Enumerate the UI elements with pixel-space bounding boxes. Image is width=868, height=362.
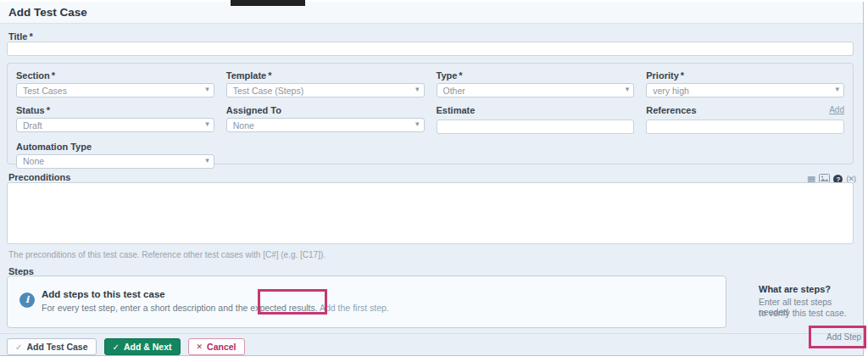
cancel-button[interactable]: ✕ Cancel bbox=[188, 338, 245, 355]
assigned-to-label: Assigned To bbox=[226, 105, 425, 116]
cancel-button-label: Cancel bbox=[207, 342, 236, 352]
check-icon: ✓ bbox=[15, 343, 22, 352]
add-test-case-button[interactable]: ✓ Add Test Case bbox=[7, 338, 97, 355]
chevron-down-icon: ▾ bbox=[415, 120, 420, 128]
template-value: Test Case (Steps) bbox=[233, 86, 303, 96]
priority-label: Priority* bbox=[646, 70, 844, 81]
priority-select[interactable]: very high ▾ bbox=[646, 83, 844, 97]
automation-type-label: Automation Type bbox=[16, 142, 214, 153]
required-marker: * bbox=[29, 31, 32, 42]
field-type: Type* Other ▾ bbox=[437, 70, 635, 97]
preconditions-textarea[interactable] bbox=[7, 182, 854, 244]
field-automation-type: Automation Type None ▾ bbox=[16, 142, 214, 169]
automation-type-select[interactable]: None ▾ bbox=[16, 154, 214, 169]
screenshot-canvas: Add Test Case Title* Section* Test Cases… bbox=[0, 0, 868, 362]
field-estimate: Estimate bbox=[437, 105, 635, 134]
status-select[interactable]: Draft ▾ bbox=[16, 118, 214, 132]
title-label-text: Title bbox=[8, 31, 27, 42]
page-title: Add Test Case bbox=[0, 2, 863, 24]
steps-info-sentence: For every test step, enter a short descr… bbox=[42, 303, 318, 313]
references-label-row: References Add bbox=[646, 105, 844, 116]
what-are-steps-text: to verify this test case. bbox=[759, 308, 847, 318]
priority-value: very high bbox=[653, 86, 689, 96]
status-value: Draft bbox=[23, 120, 42, 131]
assigned-to-select[interactable]: None ▾ bbox=[226, 118, 425, 132]
redaction-bar bbox=[231, 0, 305, 6]
required-marker: * bbox=[681, 70, 684, 81]
check-icon: ✓ bbox=[113, 343, 120, 352]
references-label: References bbox=[646, 105, 696, 115]
automation-type-value: None bbox=[23, 156, 44, 166]
add-first-step-link[interactable]: Add the first step. bbox=[320, 303, 389, 313]
add-step-link[interactable]: Add Step bbox=[826, 332, 861, 342]
what-are-steps-title: What are steps? bbox=[759, 284, 831, 294]
preconditions-help-text: The preconditions of this test case. Ref… bbox=[8, 250, 326, 259]
estimate-input[interactable] bbox=[437, 120, 635, 134]
references-add-link[interactable]: Add bbox=[829, 105, 844, 114]
type-label: Type* bbox=[437, 70, 635, 81]
section-select[interactable]: Test Cases ▾ bbox=[16, 83, 214, 97]
status-label: Status* bbox=[16, 105, 214, 116]
title-input[interactable] bbox=[7, 42, 854, 56]
chevron-down-icon: ▾ bbox=[205, 85, 209, 93]
required-marker: * bbox=[47, 105, 50, 115]
steps-empty-state-box: i Add steps to this test case For every … bbox=[7, 276, 726, 328]
section-value: Test Cases bbox=[23, 86, 67, 96]
field-template: Template* Test Case (Steps) ▾ bbox=[226, 70, 425, 97]
footer-divider bbox=[0, 333, 863, 334]
required-marker: * bbox=[459, 70, 462, 81]
add-test-case-button-label: Add Test Case bbox=[26, 342, 87, 352]
add-and-next-button[interactable]: ✓ Add & Next bbox=[104, 338, 181, 355]
preconditions-label: Preconditions bbox=[8, 172, 70, 182]
field-status: Status* Draft ▾ bbox=[16, 105, 214, 134]
references-input[interactable] bbox=[646, 120, 844, 134]
section-label: Section* bbox=[16, 70, 214, 81]
template-select[interactable]: Test Case (Steps) ▾ bbox=[226, 83, 425, 97]
case-details-fieldset: Section* Test Cases ▾ Template* Test Cas… bbox=[7, 63, 854, 164]
chevron-down-icon: ▾ bbox=[626, 85, 630, 93]
info-icon: i bbox=[19, 292, 35, 308]
required-marker: * bbox=[268, 70, 271, 81]
add-test-case-page: Add Test Case Title* Section* Test Cases… bbox=[0, 2, 864, 356]
field-assigned-to: Assigned To None ▾ bbox=[226, 105, 425, 134]
steps-info-text: For every test step, enter a short descr… bbox=[42, 303, 389, 313]
template-label: Template* bbox=[226, 70, 425, 81]
field-priority: Priority* very high ▾ bbox=[646, 70, 844, 97]
assigned-to-value: None bbox=[233, 120, 254, 131]
estimate-label: Estimate bbox=[437, 105, 635, 116]
footer-buttons: ✓ Add Test Case ✓ Add & Next ✕ Cancel bbox=[7, 338, 245, 355]
chevron-down-icon: ▾ bbox=[835, 85, 839, 93]
field-references: References Add bbox=[646, 105, 844, 134]
steps-info-title: Add steps to this test case bbox=[42, 289, 165, 299]
x-icon: ✕ bbox=[197, 343, 203, 351]
type-value: Other bbox=[443, 86, 465, 96]
title-label: Title* bbox=[8, 31, 33, 42]
chevron-down-icon: ▾ bbox=[205, 156, 209, 164]
required-marker: * bbox=[52, 70, 55, 81]
add-and-next-button-label: Add & Next bbox=[124, 342, 172, 352]
field-section: Section* Test Cases ▾ bbox=[16, 70, 214, 97]
page-header: Add Test Case bbox=[0, 2, 863, 24]
chevron-down-icon: ▾ bbox=[205, 120, 209, 128]
type-select[interactable]: Other ▾ bbox=[437, 83, 635, 97]
chevron-down-icon: ▾ bbox=[415, 85, 420, 93]
